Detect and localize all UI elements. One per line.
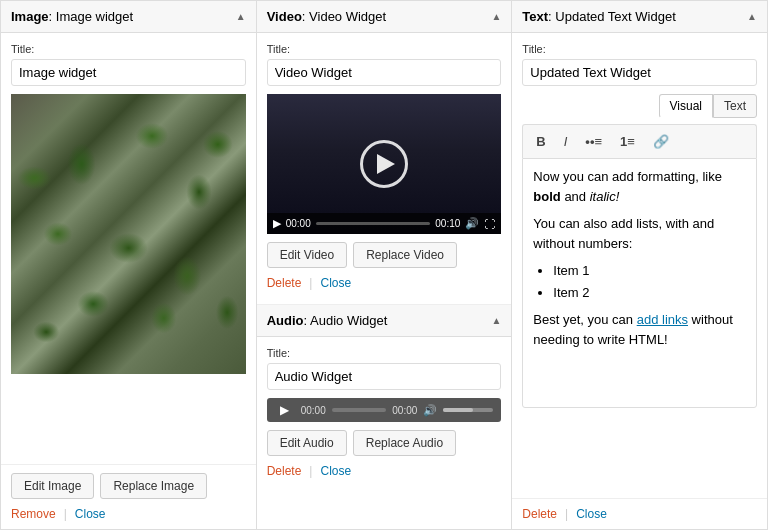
video-delete-link[interactable]: Delete [267, 276, 302, 290]
editor-para-1: Now you can add formatting, like bold an… [533, 167, 746, 206]
video-controls: ▶ 00:00 00:10 🔊 ⛶ [267, 213, 502, 234]
image-widget-panel: Image: Image widget ▲ Title: Edit Image … [0, 0, 257, 530]
editor-para-2: You can also add lists, with and without… [533, 214, 746, 253]
audio-volume-fill [443, 408, 473, 412]
replace-video-button[interactable]: Replace Video [353, 242, 457, 268]
audio-widget-body: Title: ▶ 00:00 00:00 🔊 Edit Audi [257, 337, 512, 488]
video-volume-icon[interactable]: 🔊 [465, 217, 479, 230]
editor-list-item-2: Item 2 [553, 283, 746, 303]
ordered-list-button[interactable]: 1≡ [613, 130, 642, 153]
editor-tabs: Visual Text [522, 94, 757, 118]
text-title-label: Title: [522, 43, 757, 55]
editor-toolbar: B I ••≡ 1≡ 🔗 [522, 124, 757, 158]
audio-widget-section: Audio: Audio Widget ▲ Title: ▶ 00:00 00:… [257, 304, 512, 488]
video-play-ctrl[interactable]: ▶ [273, 217, 281, 230]
video-widget-body: Title: ▶ 00:00 00:10 🔊 [257, 33, 512, 300]
video-title-input[interactable] [267, 59, 502, 86]
edit-video-button[interactable]: Edit Video [267, 242, 348, 268]
bold-button[interactable]: B [529, 130, 552, 153]
audio-btn-row: Edit Audio Replace Audio [267, 430, 502, 456]
image-title-label: Title: [11, 43, 246, 55]
video-close-link[interactable]: Close [320, 276, 351, 290]
play-triangle-icon [377, 154, 395, 174]
image-widget-collapse[interactable]: ▲ [236, 11, 246, 22]
video-widget-title: Video: Video Widget [267, 9, 387, 24]
audio-widget-collapse[interactable]: ▲ [491, 315, 501, 326]
editor-list: Item 1 Item 2 [553, 261, 746, 302]
audio-play-button[interactable]: ▶ [275, 403, 295, 417]
text-widget-footer: Delete | Close [512, 498, 767, 529]
video-fullscreen-icon[interactable]: ⛶ [484, 218, 495, 230]
tab-visual[interactable]: Visual [659, 94, 713, 118]
audio-widget-header: Audio: Audio Widget ▲ [257, 305, 512, 337]
unordered-list-button[interactable]: ••≡ [578, 130, 609, 153]
audio-link-row: Delete | Close [267, 464, 502, 478]
video-title-label: Title: [267, 43, 502, 55]
text-widget-body: Title: Visual Text B I ••≡ 1≡ 🔗 Now you … [512, 33, 767, 498]
video-widget-collapse[interactable]: ▲ [491, 11, 501, 22]
video-progress-bar[interactable] [316, 222, 431, 225]
video-link-row: Delete | Close [267, 276, 502, 290]
video-widget-header: Video: Video Widget ▲ [257, 1, 512, 33]
audio-delete-link[interactable]: Delete [267, 464, 302, 478]
audio-volume-icon[interactable]: 🔊 [423, 404, 437, 417]
link-button[interactable]: 🔗 [646, 130, 676, 153]
audio-progress-bar[interactable] [332, 408, 387, 412]
editor-content[interactable]: Now you can add formatting, like bold an… [522, 158, 757, 408]
editor-list-item-1: Item 1 [553, 261, 746, 281]
image-preview-inner [11, 94, 246, 374]
text-title-input[interactable] [522, 59, 757, 86]
audio-close-link[interactable]: Close [320, 464, 351, 478]
text-link-row: Delete | Close [522, 507, 757, 521]
audio-time-total: 00:00 [392, 405, 417, 416]
image-widget-body: Title: [1, 33, 256, 464]
video-btn-row: Edit Video Replace Video [267, 242, 502, 268]
audio-player: ▶ 00:00 00:00 🔊 [267, 398, 502, 422]
image-btn-row: Edit Image Replace Image [11, 473, 246, 499]
audio-time-current: 00:00 [301, 405, 326, 416]
ivy-overlay [11, 94, 246, 374]
italic-button[interactable]: I [557, 130, 575, 153]
audio-title-label: Title: [267, 347, 502, 359]
image-title-input[interactable] [11, 59, 246, 86]
image-close-link[interactable]: Close [75, 507, 106, 521]
audio-widget-title: Audio: Audio Widget [267, 313, 388, 328]
video-widget-section: Video: Video Widget ▲ Title: ▶ 00:00 [257, 1, 512, 300]
edit-audio-button[interactable]: Edit Audio [267, 430, 347, 456]
audio-volume-bar[interactable] [443, 408, 493, 412]
text-delete-link[interactable]: Delete [522, 507, 557, 521]
video-play-button[interactable] [360, 140, 408, 188]
image-remove-link[interactable]: Remove [11, 507, 56, 521]
image-widget-header: Image: Image widget ▲ [1, 1, 256, 33]
editor-para-3: Best yet, you can add links without need… [533, 310, 746, 349]
text-widget-collapse[interactable]: ▲ [747, 11, 757, 22]
video-time-current: 00:00 [286, 218, 311, 229]
image-preview [11, 94, 246, 374]
editor-add-links[interactable]: add links [637, 312, 688, 327]
audio-title-input[interactable] [267, 363, 502, 390]
middle-panel: Video: Video Widget ▲ Title: ▶ 00:00 [257, 0, 513, 530]
middle-panel-inner: Video: Video Widget ▲ Title: ▶ 00:00 [257, 1, 512, 529]
image-widget-footer: Edit Image Replace Image Remove | Close [1, 464, 256, 529]
edit-image-button[interactable]: Edit Image [11, 473, 94, 499]
tab-text[interactable]: Text [713, 94, 757, 118]
text-widget-panel: Text: Updated Text Widget ▲ Title: Visua… [512, 0, 768, 530]
video-time-total: 00:10 [435, 218, 460, 229]
text-close-link[interactable]: Close [576, 507, 607, 521]
image-widget-title: Image: Image widget [11, 9, 133, 24]
text-widget-header: Text: Updated Text Widget ▲ [512, 1, 767, 33]
video-preview: ▶ 00:00 00:10 🔊 ⛶ [267, 94, 502, 234]
replace-audio-button[interactable]: Replace Audio [353, 430, 456, 456]
text-widget-title: Text: Updated Text Widget [522, 9, 675, 24]
replace-image-button[interactable]: Replace Image [100, 473, 207, 499]
image-link-row: Remove | Close [11, 507, 246, 521]
